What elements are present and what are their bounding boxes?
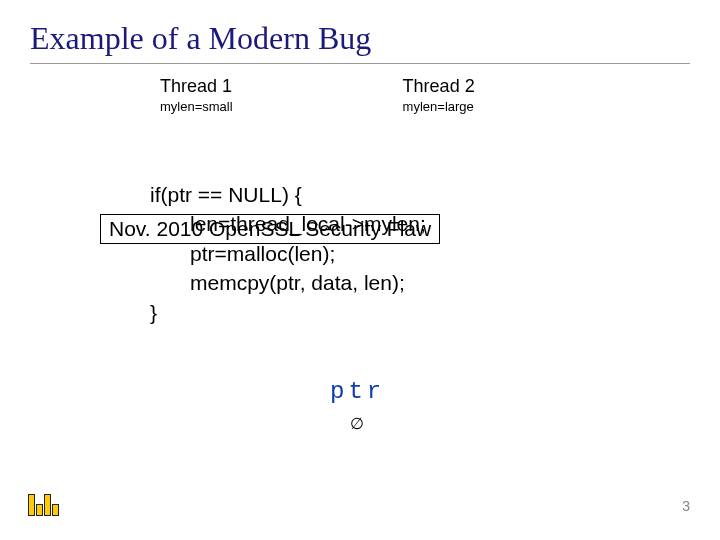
thread-1-sub: mylen=small bbox=[160, 99, 233, 114]
code-line-1: if(ptr == NULL) { bbox=[150, 180, 426, 209]
thread-1-label: Thread 1 bbox=[160, 76, 233, 97]
thread-2-col: Thread 2 mylen=large bbox=[403, 76, 475, 114]
code-block: if(ptr == NULL) { len=thread_local->myle… bbox=[150, 180, 426, 327]
thread-2-label: Thread 2 bbox=[403, 76, 475, 97]
thread-2-sub: mylen=large bbox=[403, 99, 475, 114]
page-number: 3 bbox=[682, 498, 690, 514]
empty-set-symbol: ∅ bbox=[350, 414, 364, 433]
slide: Example of a Modern Bug Thread 1 mylen=s… bbox=[0, 0, 720, 540]
code-line-5: } bbox=[150, 298, 426, 327]
code-line-4: memcpy(ptr, data, len); bbox=[190, 268, 426, 297]
ptr-label: ptr bbox=[330, 378, 385, 405]
threads-row: Thread 1 mylen=small Thread 2 mylen=larg… bbox=[160, 76, 690, 114]
callout-box: Nov. 2010 OpenSSL Security Flaw bbox=[100, 214, 440, 244]
slide-title: Example of a Modern Bug bbox=[30, 20, 690, 64]
michigan-logo-icon bbox=[28, 494, 60, 516]
thread-1-col: Thread 1 mylen=small bbox=[160, 76, 233, 114]
